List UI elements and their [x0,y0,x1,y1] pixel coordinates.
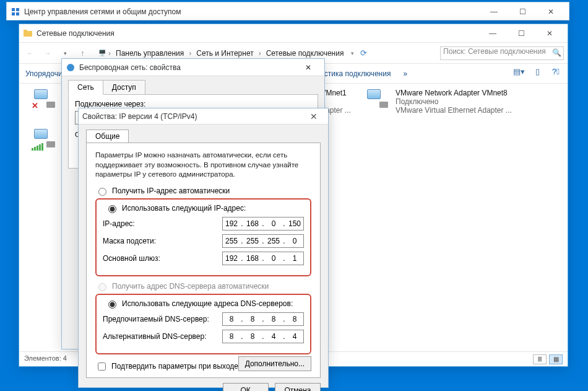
disconnected-icon: ✕ [32,101,38,110]
network-center-icon [11,7,20,17]
search-icon: 🔍 [552,48,561,57]
tab-access[interactable]: Доступ [103,80,145,95]
label-dns2: Альтернативный DNS-сервер: [103,332,222,341]
search-input[interactable]: Поиск: Сетевые подключения🔍 [440,46,564,60]
folder-icon [23,29,33,38]
svg-rect-2 [12,12,15,15]
nic-icon [33,128,58,149]
svg-rect-1 [16,8,19,11]
label-ip: IP-адрес: [103,219,222,228]
breadcrumb-item[interactable]: Сетевые подключения [264,49,347,58]
minimize-button[interactable]: — [480,3,508,20]
radio-auto-dns: Получить адрес DNS-сервера автоматически [95,281,311,291]
ipv4-description: Параметры IP можно назначать автоматичес… [95,151,311,180]
svg-rect-0 [12,8,15,11]
nav-back-button[interactable]: ← [23,46,38,61]
label-gateway: Основной шлюз: [103,254,222,263]
view-options-button[interactable]: ▤▾ [512,67,525,81]
window-title: Свойства: IP версии 4 (TCP/IPv4) [82,112,197,121]
wifi-signal-icon [32,143,43,151]
maximize-button[interactable]: ☐ [508,3,537,20]
adapter-item-vmnet8[interactable]: VMware Network Adapter VMnet8 Подключено… [366,89,551,115]
svg-rect-3 [16,12,19,15]
radio-use-ip[interactable]: Использовать следующий IP-адрес: [105,203,246,213]
input-ip-address[interactable]: 192.168.0.150 [222,217,304,231]
svg-rect-4 [24,31,32,37]
dns-group-highlight: Использовать следующие адреса DNS-сервер… [95,294,311,354]
label-dns1: Предпочитаемый DNS-сервер: [103,315,222,323]
radio-use-dns[interactable]: Использовать следующие адреса DNS-сервер… [105,299,293,309]
label-mask: Маска подсети: [103,237,222,245]
input-gateway[interactable]: 192.168.0.1 [222,252,304,265]
breadcrumb-item[interactable]: Панель управления [113,49,186,58]
adapter-name: VMware Network Adapter VMnet8 [396,89,512,97]
svg-rect-5 [24,30,27,32]
advanced-button[interactable]: Дополнительно... [238,356,311,371]
close-button[interactable]: ✕ [303,112,324,121]
close-button[interactable]: ✕ [535,25,564,42]
chevron-right-icon: › [259,49,261,58]
maximize-button[interactable]: ☐ [507,25,535,42]
close-button[interactable]: ✕ [296,63,321,72]
chevron-right-icon: › [108,49,111,58]
nic-icon: ✕ [33,89,58,110]
close-button[interactable]: ✕ [537,3,565,20]
view-details-button[interactable]: ≣ [533,354,547,364]
adapter-device: VMware Virtual Ethernet Adapter ... [396,106,512,115]
item-count: Элементов: 4 [24,354,67,364]
radio-auto-ip[interactable]: Получить IP-адрес автоматически [95,186,311,196]
tab-general[interactable]: Общие [86,130,129,143]
svg-point-6 [67,64,74,71]
breadcrumb-icon: 🖥️ [98,50,106,56]
help-button[interactable]: ?⃝ [549,67,563,81]
breadcrumb-item[interactable]: Сеть и Интернет [194,49,256,58]
more-chevron[interactable]: » [397,69,413,78]
chevron-right-icon: › [189,49,191,58]
ok-button[interactable]: ОК [223,383,269,391]
nic-icon [366,89,391,110]
input-dns-alternate[interactable]: 8.8.4.4 [222,330,304,343]
ipv4-properties-window: Свойства: IP версии 4 (TCP/IPv4) ✕ Общие… [78,108,329,388]
input-dns-preferred[interactable]: 8.8.8.8 [222,312,304,326]
network-adapter-icon [66,63,76,72]
window-title: Центр управления сетями и общим доступом [24,7,181,16]
network-center-window: Центр управления сетями и общим доступом… [6,2,569,20]
view-largeicons-button[interactable]: ▦ [549,354,563,364]
nav-forward-button[interactable]: → [40,46,55,61]
minimize-button[interactable]: — [478,25,507,42]
refresh-button[interactable]: ⟳ [357,48,370,58]
adapter-status: Подключено [396,97,512,106]
preview-pane-button[interactable]: ▯ [530,67,544,81]
cancel-button[interactable]: Отмена [275,383,321,391]
window-title: Сетевые подключения [37,29,115,38]
input-subnet-mask[interactable]: 255.255.255.0 [222,234,304,248]
breadcrumb-dropdown-icon[interactable]: ▾ [348,50,354,56]
window-title: Беспроводная сеть: свойства [79,63,181,72]
ip-group-highlight: Использовать следующий IP-адрес: IP-адре… [95,198,311,276]
tab-network[interactable]: Сеть [68,80,103,95]
